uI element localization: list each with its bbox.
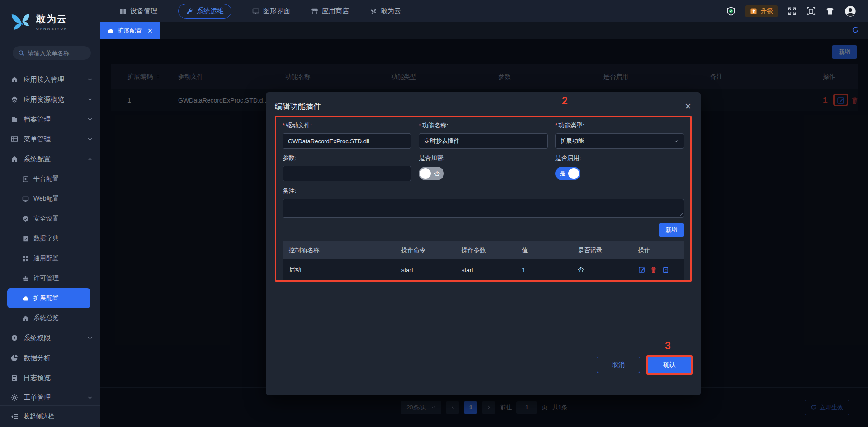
chevron-up-icon bbox=[87, 156, 93, 162]
annotation-box-2: 驱动文件: 功能名称: 功能类型: 参数: 是否加密: bbox=[275, 116, 692, 282]
tab-close-icon[interactable]: ✕ bbox=[147, 28, 153, 34]
trash-icon bbox=[650, 267, 657, 273]
control-copy-button[interactable] bbox=[662, 267, 669, 273]
sidebar-item-license-mgmt[interactable]: 许可管理 bbox=[0, 268, 100, 288]
brand-name: 敢为云 bbox=[36, 13, 68, 25]
edit-icon bbox=[638, 267, 645, 273]
control-add-button[interactable]: 新增 bbox=[659, 223, 684, 237]
function-type-label: 功能类型: bbox=[555, 122, 684, 130]
nav-device-management[interactable]: 设备管理 bbox=[119, 7, 157, 15]
sidebar-item-archives[interactable]: 档案管理 bbox=[0, 109, 100, 129]
layers-icon bbox=[11, 96, 18, 103]
tabbar: 扩展配置 ✕ bbox=[100, 22, 868, 39]
sidebar-item-extension-config[interactable]: 扩展配置 bbox=[7, 288, 90, 308]
pie-chart-icon bbox=[11, 354, 18, 361]
gear-icon bbox=[11, 394, 18, 401]
device-icon bbox=[119, 8, 127, 15]
control-edit-button[interactable] bbox=[638, 267, 645, 273]
sidebar-item-label: 菜单管理 bbox=[24, 135, 51, 144]
home-icon bbox=[11, 155, 18, 163]
encrypted-label: 是否加密: bbox=[419, 154, 547, 162]
nav-system-operations[interactable]: 系统运维 bbox=[178, 4, 231, 19]
function-type-value[interactable] bbox=[555, 133, 684, 149]
remark-textarea[interactable] bbox=[283, 199, 684, 218]
sidebar-item-label: 扩展配置 bbox=[33, 294, 59, 302]
sidebar-item-label: 日志预览 bbox=[24, 374, 51, 382]
shield-check-icon[interactable] bbox=[726, 7, 736, 16]
home-icon bbox=[11, 76, 18, 83]
sidebar-item-app-access[interactable]: 应用接入管理 bbox=[0, 70, 100, 89]
sidebar-item-label: 数据分析 bbox=[24, 354, 51, 362]
sidebar-item-label: 系统权限 bbox=[24, 334, 51, 343]
driver-file-input[interactable] bbox=[283, 133, 411, 149]
sidebar-item-general-config[interactable]: 通用配置 bbox=[0, 249, 100, 268]
sidebar-item-log-preview[interactable]: 日志预览 bbox=[0, 368, 100, 388]
menu-search[interactable] bbox=[13, 46, 91, 60]
fullscreen-icon[interactable] bbox=[788, 7, 797, 16]
avatar[interactable] bbox=[844, 5, 856, 17]
nav-label: 图形界面 bbox=[263, 7, 290, 15]
sidebar-item-system-config[interactable]: 系统配置 bbox=[0, 149, 100, 169]
enabled-toggle[interactable]: 是 bbox=[555, 167, 580, 180]
tab-refresh-button[interactable] bbox=[852, 26, 859, 35]
sidebar-item-web-config[interactable]: Web配置 bbox=[0, 189, 100, 209]
search-input[interactable] bbox=[28, 50, 85, 56]
sidebar-item-work-orders[interactable]: 工单管理 bbox=[0, 388, 100, 405]
butterfly-logo-icon bbox=[10, 10, 33, 33]
sidebar-item-label: 安全设置 bbox=[33, 215, 59, 223]
tab-label: 扩展配置 bbox=[118, 27, 142, 35]
encrypted-toggle[interactable]: 否 bbox=[419, 167, 444, 180]
tab-extension-config[interactable]: 扩展配置 ✕ bbox=[100, 22, 160, 39]
chevron-down-icon bbox=[87, 335, 93, 341]
control-table-row: 启动 start start 1 否 bbox=[283, 259, 684, 280]
system-config-submenu: 平台配置 Web配置 安全设置 数据字典 通用配置 许可管理 bbox=[0, 169, 100, 328]
nav-graphic-interface[interactable]: 图形界面 bbox=[252, 7, 290, 15]
confirm-button[interactable]: 确认 bbox=[648, 357, 691, 373]
toggle-label: 是 bbox=[560, 169, 566, 178]
collapse-sidebar-button[interactable]: 收起侧边栏 bbox=[0, 405, 100, 427]
sidebar-item-security-settings[interactable]: 安全设置 bbox=[0, 209, 100, 229]
shield-key-icon bbox=[11, 334, 18, 342]
sidebar-item-menu-mgmt[interactable]: 菜单管理 bbox=[0, 129, 100, 149]
params-input[interactable] bbox=[283, 166, 411, 181]
sidebar-item-app-resources[interactable]: 应用资源概览 bbox=[0, 89, 100, 109]
cancel-button[interactable]: 取消 bbox=[597, 357, 640, 373]
cloud-icon bbox=[22, 295, 29, 302]
sidebar-item-label: 档案管理 bbox=[24, 115, 51, 124]
params-label: 参数: bbox=[283, 154, 411, 162]
field-remark: 备注: bbox=[283, 187, 684, 218]
sidebar-item-platform-config[interactable]: 平台配置 bbox=[0, 169, 100, 189]
col-recorded: 是否记录 bbox=[571, 241, 632, 259]
sidebar-item-data-dictionary[interactable]: 数据字典 bbox=[0, 229, 100, 249]
collapse-icon bbox=[11, 413, 18, 420]
refresh-icon bbox=[852, 26, 859, 33]
sidebar-item-system-permissions[interactable]: 系统权限 bbox=[0, 328, 100, 348]
cell-ops bbox=[632, 259, 684, 280]
enabled-label: 是否启用: bbox=[555, 154, 684, 162]
close-icon[interactable]: ✕ bbox=[684, 102, 692, 111]
field-encrypted: 是否加密: 否 bbox=[419, 154, 547, 182]
store-icon bbox=[311, 8, 318, 15]
chevron-down-icon bbox=[87, 136, 93, 142]
stamp-icon bbox=[22, 275, 29, 282]
sidebar-item-data-analysis[interactable]: 数据分析 bbox=[0, 348, 100, 368]
nav-app-store[interactable]: 应用商店 bbox=[311, 7, 349, 15]
theme-shirt-icon[interactable] bbox=[826, 7, 835, 16]
nav-ganweiyun[interactable]: 敢为云 bbox=[370, 7, 401, 15]
dialog-header: 编辑功能插件 ✕ bbox=[275, 99, 692, 114]
function-name-input[interactable] bbox=[419, 133, 547, 149]
book-icon bbox=[22, 235, 29, 242]
resize-handle[interactable] bbox=[679, 212, 683, 216]
sidebar-item-system-overview[interactable]: 系统总览 bbox=[0, 308, 100, 328]
toggle-knob bbox=[420, 168, 431, 179]
chevron-down-icon bbox=[87, 77, 93, 82]
sidebar-item-label: 数据字典 bbox=[33, 235, 59, 243]
frame-capture-icon[interactable] bbox=[807, 7, 816, 16]
function-type-select[interactable] bbox=[555, 133, 684, 149]
upgrade-button[interactable]: 升级 bbox=[745, 5, 778, 17]
control-delete-button[interactable] bbox=[650, 267, 657, 273]
control-table-header: 控制项名称 操作命令 操作参数 值 是否记录 操作 bbox=[283, 241, 684, 259]
plugin-form: 驱动文件: 功能名称: 功能类型: 参数: 是否加密: bbox=[283, 122, 684, 218]
sidebar-item-label: 应用接入管理 bbox=[24, 75, 64, 84]
upgrade-icon bbox=[750, 8, 757, 15]
